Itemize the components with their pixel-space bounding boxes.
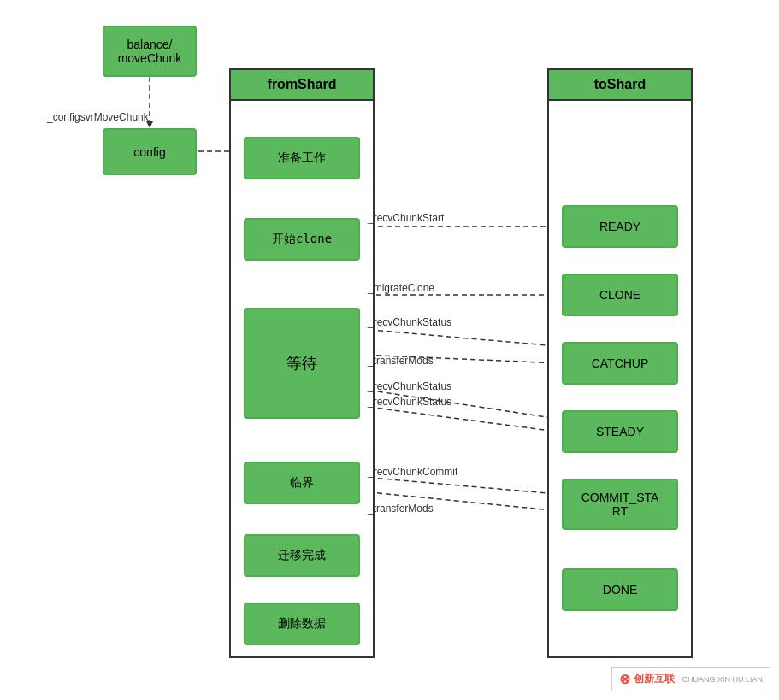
steady-box: STEADY: [562, 410, 678, 453]
svg-line-34: [361, 406, 558, 432]
toShard-header: toShard: [549, 70, 691, 101]
recvChunkStatus2-label: _recvChunkStatus: [368, 380, 451, 392]
svg-line-36: [361, 477, 558, 494]
recvChunkStatus3-label: _recvChunkStatus: [368, 396, 451, 408]
catchup-box: CATCHUP: [562, 342, 678, 385]
ready-box: READY: [562, 205, 678, 248]
watermark-subtext: CHUANG XIN HU LIAN: [682, 675, 763, 684]
done-box: DONE: [562, 568, 678, 611]
wait-box: 等待: [244, 308, 360, 419]
migration-done-box: 迁移完成: [244, 534, 360, 577]
delete-data-box: 删除数据: [244, 603, 360, 645]
transferMods2-label: _transferMods: [368, 503, 434, 515]
critical-box: 临界: [244, 462, 360, 504]
watermark-icon: ⊗: [619, 671, 630, 687]
config-box: config: [103, 128, 197, 175]
fromShard-header: fromShard: [231, 70, 373, 101]
diagram-container: balance/ moveChunk _configsvrMoveChunk c…: [0, 0, 779, 700]
balance-movechunk-box: balance/ moveChunk: [103, 26, 197, 77]
configsvrMoveChunk-label: _configsvrMoveChunk: [47, 111, 149, 123]
migrateClone-label: _migrateClone: [368, 282, 434, 294]
prepare-box: 准备工作: [244, 137, 360, 179]
recvChunkStatus1-label: _recvChunkStatus: [368, 316, 451, 328]
start-clone-box: 开始clone: [244, 218, 360, 261]
commit-start-box: COMMIT_STA RT: [562, 479, 678, 530]
svg-line-28: [361, 329, 558, 346]
transferMods1-label: _transferMods: [368, 355, 434, 367]
clone-box: CLONE: [562, 274, 678, 316]
recvChunkCommit-label: _recvChunkCommit: [368, 466, 457, 478]
watermark-text: 创新互联: [634, 672, 675, 686]
watermark: ⊗ 创新互联 CHUANG XIN HU LIAN: [611, 667, 770, 691]
recvChunkStart-label: _recvChunkStart: [368, 212, 444, 224]
